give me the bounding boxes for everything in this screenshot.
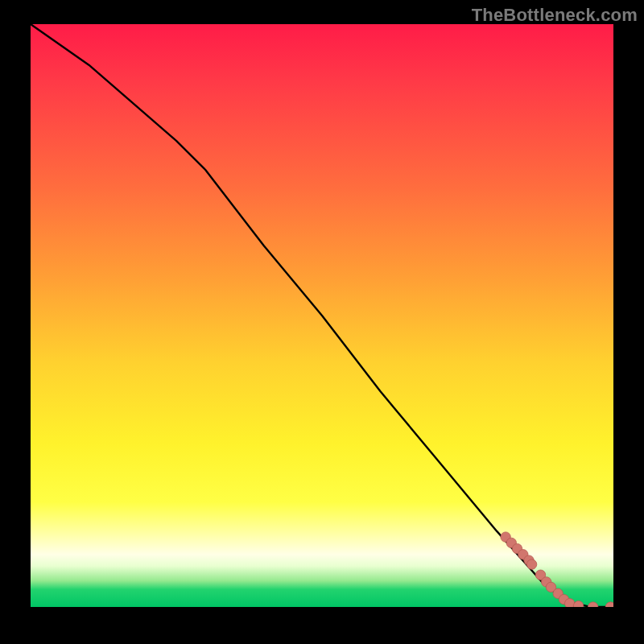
data-point — [573, 601, 583, 607]
data-point — [526, 559, 536, 569]
data-points-group — [501, 532, 613, 607]
chart-container: TheBottleneck.com — [0, 0, 644, 644]
bottleneck-curve — [31, 24, 613, 607]
plot-area — [31, 24, 613, 607]
data-point — [605, 602, 613, 607]
chart-overlay — [31, 24, 613, 607]
data-point — [588, 602, 598, 607]
watermark-text: TheBottleneck.com — [472, 5, 638, 26]
